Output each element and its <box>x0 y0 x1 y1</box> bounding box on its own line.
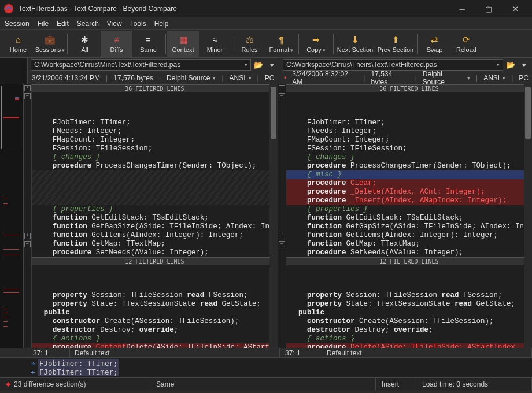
code-line[interactable]: public <box>32 309 269 317</box>
swap-button[interactable]: ⇄Swap <box>419 31 450 57</box>
menu-edit[interactable]: Edit <box>57 20 69 28</box>
maximize-button[interactable]: ▢ <box>475 0 502 17</box>
code-line[interactable]: function GetEditStack: TSsEditStack; <box>32 214 269 223</box>
next-section-button[interactable]: ⬇Next Section <box>335 31 375 57</box>
code-line[interactable]: { actions } <box>286 335 524 343</box>
code-line[interactable]: procedure Delete(ASide: TFileInSide; ASt… <box>286 343 524 348</box>
right-path-input[interactable]: C:\Workspace\Cirrus\Theirs\Text\TextFilt… <box>283 59 503 71</box>
code-line[interactable]: FJobTimer: TTimer; <box>32 118 269 127</box>
code-line[interactable]: { changes } <box>286 153 524 162</box>
code-line[interactable]: FSession: TFileSession; <box>286 144 524 153</box>
copy-button[interactable]: ➡Copy▾ <box>300 31 332 57</box>
code-line[interactable]: FNeeds: Integer; <box>32 127 269 136</box>
code-line[interactable]: property State: TTextSessionState read G… <box>286 300 524 309</box>
arrow-down-icon: ⬇ <box>352 35 359 45</box>
code-line[interactable]: procedure ProcessChangesTimer(Sender: TO… <box>32 162 269 170</box>
left-source-dropdown[interactable]: Delphi Source▾ <box>167 74 216 82</box>
minimap[interactable] <box>0 84 23 348</box>
left-info: 3/21/2006 4:13:24 PM| 17,576 bytes| Delp… <box>28 72 280 84</box>
code-line[interactable] <box>32 188 269 196</box>
code-line[interactable]: procedure SetNeeds(AValue: Integer); <box>32 249 269 257</box>
right-code[interactable]: + − + − 36 FILTERED LINES ➔ FJobTimer: T… <box>278 84 532 348</box>
code-line[interactable]: constructor Create(ASession: TFileSessio… <box>32 317 269 326</box>
right-vscrollbar[interactable] <box>524 84 532 348</box>
right-mode: Default text <box>322 348 532 357</box>
menu-help[interactable]: Help <box>154 20 169 28</box>
context-button[interactable]: ▦Context <box>167 31 199 57</box>
left-browse-button[interactable]: ▾ <box>266 59 278 71</box>
close-button[interactable]: ✕ <box>502 0 529 17</box>
code-line[interactable]: function GetGapSize(ASide: TFileInSide; … <box>286 223 524 231</box>
right-bytes: 17,534 bytes <box>371 70 409 86</box>
code-line[interactable]: destructor Destroy; override; <box>32 326 269 335</box>
left-vscrollbar[interactable] <box>269 84 278 348</box>
code-line[interactable]: destructor Destroy; override; <box>286 326 524 335</box>
code-line[interactable]: procedure _Insert(AIndex, AMapIndex: Int… <box>286 196 524 205</box>
right-browse-button[interactable]: ▾ <box>518 59 530 71</box>
code-line[interactable]: property State: TTextSessionState read G… <box>32 300 269 309</box>
code-line[interactable]: FSession: TFileSession; <box>32 144 269 153</box>
all-button[interactable]: ✱All <box>69 31 101 57</box>
code-line[interactable]: FMapCount: Integer; <box>32 136 269 144</box>
arrow-right-icon: ➡ <box>312 35 320 45</box>
left-encoding-dropdown[interactable]: ANSI▾ <box>230 74 252 82</box>
code-line[interactable]: procedure _Delete(AIndex, ACnt: Integer)… <box>286 188 524 196</box>
code-line[interactable]: procedure Clear; <box>286 179 524 188</box>
minimize-button[interactable]: ─ <box>449 0 475 17</box>
gavel-icon: ⚖ <box>246 35 253 45</box>
code-line[interactable]: procedure ProcessChangesTimer(Sender: TO… <box>286 162 524 170</box>
menu-search[interactable]: Search <box>77 20 99 28</box>
left-path-input[interactable]: C:\Workspace\Cirrus\Mine\Text\TextFilter… <box>31 59 251 71</box>
code-line[interactable]: { misc } <box>286 170 524 179</box>
code-line[interactable] <box>32 179 269 188</box>
right-source-dropdown[interactable]: Delphi Source▾ <box>423 70 470 86</box>
right-encoding-dropdown[interactable]: ANSI▾ <box>483 74 505 82</box>
right-open-button[interactable]: 📂 <box>505 59 516 71</box>
code-line[interactable]: function GetMap: TTextMap; <box>286 240 524 249</box>
code-line[interactable]: property Session: TFileSession read FSes… <box>32 291 269 300</box>
code-line[interactable]: { actions } <box>32 335 269 343</box>
code-line[interactable]: { properties } <box>32 205 269 214</box>
menu-session[interactable]: Session <box>5 20 29 28</box>
same-button[interactable]: =Same <box>132 31 164 57</box>
code-line[interactable]: { changes } <box>32 153 269 162</box>
home-button[interactable]: ⌂Home <box>2 31 34 57</box>
code-line[interactable]: { properties } <box>286 205 524 214</box>
code-line[interactable]: FNeeds: Integer; <box>286 127 524 136</box>
code-line[interactable]: public <box>286 309 524 317</box>
diffs-button[interactable]: ≠Diffs <box>101 31 132 57</box>
menu-view[interactable]: View <box>107 20 122 28</box>
code-line[interactable] <box>32 196 269 205</box>
code-line[interactable]: procedure ContentDelete(ASide: TFileInSi… <box>32 343 269 348</box>
rules-button[interactable]: ⚖Rules <box>234 31 265 57</box>
diff-indicator-icon: ◆ <box>6 380 10 388</box>
code-line[interactable]: constructor Create(ASession: TFileSessio… <box>286 317 524 326</box>
left-platform-dropdown[interactable]: PC <box>265 74 275 82</box>
code-line[interactable]: function GetGapSize(ASide: TFileInSide; … <box>32 223 269 231</box>
left-code[interactable]: + − + − 36 FILTERED LINES ➔ FJobTimer: T… <box>24 84 278 348</box>
code-line[interactable]: property Session: TFileSession read FSes… <box>286 291 524 300</box>
code-line[interactable]: FJobTimer: TTimer; <box>286 118 524 127</box>
right-cursor-pos: 37: 1 <box>280 348 322 357</box>
code-line[interactable]: function GetEditStack: TSsEditStack; <box>286 214 524 223</box>
code-line[interactable]: procedure SetNeeds(AValue: Integer); <box>286 249 524 257</box>
left-open-button[interactable]: 📂 <box>253 59 264 71</box>
code-line[interactable]: FMapCount: Integer; <box>286 136 524 144</box>
insert-mode: Insert <box>376 378 416 390</box>
minor-button[interactable]: ≈Minor <box>199 31 231 57</box>
format-button[interactable]: ¶Format▾ <box>265 31 297 57</box>
right-pane: + − + − 36 FILTERED LINES ➔ FJobTimer: T… <box>278 84 532 348</box>
code-line[interactable]: function GetItems(AIndex: Integer): Inte… <box>286 231 524 240</box>
reload-button[interactable]: ⟳Reload <box>450 31 482 57</box>
menu-tools[interactable]: Tools <box>130 20 146 28</box>
right-platform-dropdown[interactable]: PC <box>519 74 529 82</box>
sessions-button[interactable]: 💼Sessions▾ <box>34 31 66 57</box>
code-line[interactable]: function GetItems(AIndex: Integer): Inte… <box>32 231 269 240</box>
not-equal-icon: ≠ <box>114 35 119 45</box>
prev-section-button[interactable]: ⬆Prev Section <box>375 31 416 57</box>
code-line[interactable] <box>32 170 269 179</box>
menu-file[interactable]: File <box>38 20 49 28</box>
compare-panes: + − + − 36 FILTERED LINES ➔ FJobTimer: T… <box>0 84 532 348</box>
code-line[interactable]: function GetMap: TTextMap; <box>32 240 269 249</box>
format-icon: ¶ <box>279 35 283 45</box>
